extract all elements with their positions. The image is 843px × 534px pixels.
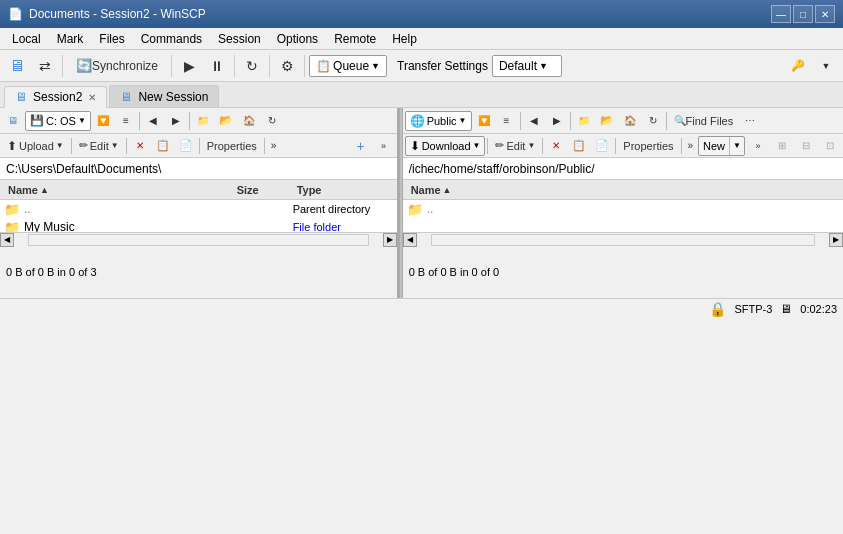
right-scroll-left[interactable]: ◀ (403, 233, 417, 247)
transfer-button[interactable]: ⇄ (32, 53, 58, 79)
left-action-sep4 (264, 138, 265, 154)
left-size-header[interactable]: Size (233, 184, 293, 196)
right-extra-button[interactable]: ⋯ (739, 110, 761, 132)
left-file-list[interactable]: Name ▲ Size Type 📁 .. Parent directory (0, 180, 397, 232)
right-extra3-button[interactable]: ⊟ (795, 135, 817, 157)
pause-button[interactable]: ⏸ (204, 53, 230, 79)
right-properties-button[interactable]: Properties (618, 136, 678, 156)
minimize-button[interactable]: — (771, 5, 791, 23)
new-button[interactable]: New ▼ (698, 136, 745, 156)
left-open-button[interactable]: 📁 (192, 110, 214, 132)
right-more-label: » (688, 140, 694, 151)
left-copy-button[interactable]: 📋 (152, 135, 174, 157)
toolbar-dropdown-button[interactable]: ▼ (813, 53, 839, 79)
right-forward-button[interactable]: ▶ (546, 110, 568, 132)
right-status-text: 0 B of 0 B in 0 of 0 (409, 266, 500, 278)
settings-button[interactable]: ⚙ (274, 53, 300, 79)
right-copy-button[interactable]: 📋 (568, 135, 590, 157)
right-scroll-right[interactable]: ▶ (829, 233, 843, 247)
left-parent-row[interactable]: 📁 .. Parent directory (0, 200, 397, 218)
right-edit-button[interactable]: ✏ Edit ▼ (490, 136, 540, 156)
right-open-button[interactable]: 📁 (573, 110, 595, 132)
right-parent-row[interactable]: 📁 .. (403, 200, 843, 218)
session-tab-session2[interactable]: 🖥 Session2 ✕ (4, 86, 107, 108)
upload-button[interactable]: ⬆ Upload ▼ (2, 136, 69, 156)
right-extra4-button[interactable]: ⊡ (819, 135, 841, 157)
left-home-button[interactable]: 🏠 (238, 110, 260, 132)
left-forward-button[interactable]: ▶ (165, 110, 187, 132)
left-scroll-track[interactable] (28, 234, 369, 246)
play-button[interactable]: ▶ (176, 53, 202, 79)
new-local-button[interactable]: 🖥 (4, 53, 30, 79)
left-filter-button[interactable]: 🔽 (92, 110, 114, 132)
right-new2-button[interactable]: » (747, 135, 769, 157)
left-extra-button[interactable]: » (373, 135, 395, 157)
synchronize-button[interactable]: 🔄 Synchronize (67, 53, 167, 79)
right-filter2-button[interactable]: ≡ (496, 110, 518, 132)
left-type-header[interactable]: Type (293, 184, 393, 196)
left-scroll-right[interactable]: ▶ (383, 233, 397, 247)
menu-commands[interactable]: Commands (133, 30, 210, 48)
right-properties-label: Properties (623, 140, 673, 152)
transfer-default-dropdown[interactable]: Default ▼ (492, 55, 562, 77)
right-extra3-icon: ⊟ (802, 140, 810, 151)
session-tab-new[interactable]: 🖥 New Session (109, 85, 219, 107)
left-music-row[interactable]: 📁 My Music File folder (0, 218, 397, 232)
left-h-scrollbar[interactable]: ◀ ▶ (0, 232, 397, 246)
menu-mark[interactable]: Mark (49, 30, 92, 48)
right-scroll-track[interactable] (431, 234, 815, 246)
menu-remote[interactable]: Remote (326, 30, 384, 48)
dropdown-arrow-icon: ▼ (822, 61, 831, 71)
refresh-button[interactable]: ↻ (239, 53, 265, 79)
right-tb-sep2 (570, 112, 571, 130)
left-new-button[interactable]: + (350, 135, 372, 157)
left-scroll-left[interactable]: ◀ (0, 233, 14, 247)
right-move-icon: 📄 (595, 139, 609, 152)
left-more-button[interactable]: » (267, 136, 281, 156)
left-action-sep3 (199, 138, 200, 154)
right-profile-dropdown[interactable]: 🌐 Public ▼ (405, 111, 472, 131)
left-music-type: File folder (293, 221, 393, 232)
right-file-list[interactable]: Name ▲ 📁 .. (403, 180, 843, 232)
open2-icon: 📂 (219, 114, 233, 127)
right-extra2-button[interactable]: ⊞ (771, 135, 793, 157)
right-folder-up-icon: 📁 (407, 202, 423, 217)
right-more-button[interactable]: » (684, 136, 698, 156)
queue-button[interactable]: 📋 Queue ▼ (309, 55, 387, 77)
menu-session[interactable]: Session (210, 30, 269, 48)
right-h-scrollbar[interactable]: ◀ ▶ (403, 232, 843, 246)
menu-help[interactable]: Help (384, 30, 425, 48)
transfer-dropdown-arrow: ▼ (539, 61, 548, 71)
left-refresh-button[interactable]: ↻ (261, 110, 283, 132)
left-properties-button[interactable]: Properties (202, 136, 262, 156)
session2-close[interactable]: ✕ (88, 92, 96, 103)
close-button[interactable]: ✕ (815, 5, 835, 23)
left-edit-button[interactable]: ✏ Edit ▼ (74, 136, 124, 156)
menu-local[interactable]: Local (4, 30, 49, 48)
left-drive-dropdown[interactable]: 💾 C: OS ▼ (25, 111, 91, 131)
left-open2-button[interactable]: 📂 (215, 110, 237, 132)
left-action-sep2 (126, 138, 127, 154)
right-delete-icon: ✕ (552, 140, 560, 151)
left-move-button[interactable]: 📄 (175, 135, 197, 157)
right-filter-button[interactable]: 🔽 (473, 110, 495, 132)
right-back-button[interactable]: ◀ (523, 110, 545, 132)
left-computer-button[interactable]: 🖥 (2, 110, 24, 132)
right-open2-button[interactable]: 📂 (596, 110, 618, 132)
left-filter2-button[interactable]: ≡ (115, 110, 137, 132)
left-back-button[interactable]: ◀ (142, 110, 164, 132)
right-home-button[interactable]: 🏠 (619, 110, 641, 132)
right-action-sep2 (542, 138, 543, 154)
right-refresh-button[interactable]: ↻ (642, 110, 664, 132)
download-button[interactable]: ⬇ Download ▼ (405, 136, 486, 156)
find-files-button[interactable]: 🔍 Find Files (669, 110, 739, 132)
left-name-header[interactable]: Name ▲ (4, 184, 233, 196)
left-delete-button[interactable]: ✕ (129, 135, 151, 157)
menu-files[interactable]: Files (91, 30, 132, 48)
right-move-button[interactable]: 📄 (591, 135, 613, 157)
right-name-header[interactable]: Name ▲ (407, 184, 839, 196)
maximize-button[interactable]: □ (793, 5, 813, 23)
menu-options[interactable]: Options (269, 30, 326, 48)
right-delete-button[interactable]: ✕ (545, 135, 567, 157)
key-button[interactable]: 🔑 (785, 53, 811, 79)
